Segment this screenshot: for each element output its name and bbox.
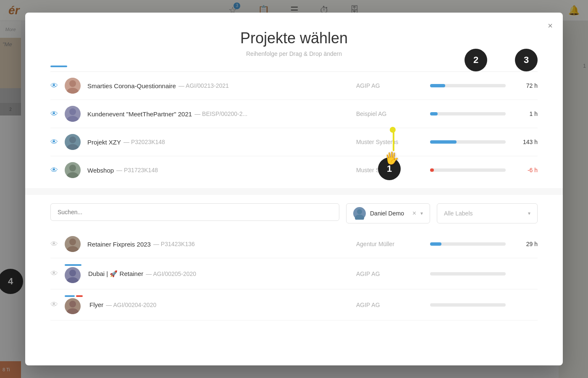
modal-dialog: × Projekte wählen Reihenfolge per Drag &…: [25, 13, 563, 365]
avatar-3: [65, 134, 81, 150]
project-info-3: Projekt XZY — P32023K148: [87, 139, 349, 146]
project-name-1: Smarties Corona-Questionnaire: [87, 82, 176, 89]
hours-label-3: 143 h: [512, 139, 538, 145]
avatar-col-r3: [65, 295, 83, 314]
project-id-r3: — AGI/00204-2020: [106, 302, 156, 308]
svg-point-8: [357, 209, 362, 214]
svg-point-12: [69, 270, 76, 276]
section-divider: [25, 188, 563, 195]
project-id-4: — P31723K148: [116, 167, 158, 173]
table-row: 👁 Projekt XZY — P32023K148 Muster System…: [50, 128, 538, 156]
project-company-3: Muster Systems: [356, 139, 423, 145]
eye-icon-r3[interactable]: 👁: [50, 300, 58, 309]
list-item: 👁 Dubai | 🚀 Retainer — AGI/00205-2020 AG…: [50, 258, 538, 289]
project-id-r1: — P31423K136: [153, 241, 195, 247]
modal-overlay: × Projekte wählen Reihenfolge per Drag &…: [0, 0, 588, 378]
project-id-3: — P32023K148: [123, 139, 165, 145]
search-input[interactable]: [50, 203, 339, 221]
eye-icon-3[interactable]: 👁: [50, 138, 58, 147]
project-name-3: Projekt XZY: [87, 139, 121, 146]
filter-user-avatar: [353, 207, 366, 220]
eye-icon-2[interactable]: 👁: [50, 110, 58, 118]
search-section: Daniel Demo × ▾ Alle Labels ▾ 👁: [25, 195, 563, 329]
search-input-container: [50, 203, 339, 223]
svg-point-7: [67, 172, 79, 178]
eye-icon-r2[interactable]: 👁: [50, 269, 58, 278]
avatar-1: [65, 78, 81, 94]
table-row: 👁 Webshop — P31723K148 Muster Systems: [50, 156, 538, 184]
progress-bar-1: [430, 84, 506, 87]
search-results: 👁 Retainer Fixpreis 2023 — P31423K136 Ag…: [50, 230, 538, 320]
project-info-r3: Flyer — AGI/00204-2020: [89, 301, 349, 308]
filter-clear-button[interactable]: ×: [412, 210, 416, 217]
search-filters: Daniel Demo × ▾ Alle Labels ▾: [50, 203, 538, 223]
selected-projects-section: 2 3 👁 Smarties Corona-Questionnaire — AG: [25, 66, 563, 184]
hours-label-1: 72 h: [512, 82, 538, 89]
hours-label-4: -6 h: [512, 167, 538, 173]
project-company-r2: AGIP AG: [356, 270, 423, 277]
labels-filter-dropdown[interactable]: Alle Labels ▾: [437, 203, 538, 223]
avatar-2: [65, 106, 81, 122]
eye-icon-1[interactable]: 👁: [50, 81, 58, 90]
hours-label-r1: 29 h: [512, 241, 538, 247]
user-filter-dropdown[interactable]: Daniel Demo × ▾: [346, 203, 430, 223]
modal-title: Projekte wählen: [25, 29, 563, 47]
progress-bar-2: [430, 112, 506, 116]
svg-point-2: [69, 108, 76, 115]
project-company-2: Beispiel AG: [356, 110, 423, 117]
table-row: 👁 Kundenevent "MeetThePartner" 2021 — BE…: [50, 100, 538, 128]
avatar-col-r2: [65, 264, 81, 283]
svg-point-13: [67, 277, 79, 283]
project-info-r2: Dubai | 🚀 Retainer — AGI/00205-2020: [88, 270, 349, 278]
svg-point-5: [67, 144, 79, 150]
project-info-2: Kundenevent "MeetThePartner" 2021 — BEIS…: [87, 110, 349, 118]
svg-point-11: [67, 246, 79, 252]
svg-point-4: [69, 136, 76, 143]
svg-point-15: [67, 308, 79, 314]
svg-point-9: [355, 215, 364, 220]
filter-user-name: Daniel Demo: [370, 210, 408, 217]
svg-point-10: [69, 239, 76, 245]
project-name-4: Webshop: [87, 167, 114, 174]
project-name-2: Kundenevent "MeetThePartner" 2021: [87, 110, 192, 118]
project-name-r2: Dubai | 🚀 Retainer: [88, 270, 143, 278]
project-id-1: — AGI/00213-2021: [178, 82, 229, 89]
project-id-r2: — AGI/00205-2020: [146, 270, 196, 277]
svg-point-6: [69, 165, 76, 171]
project-info-r1: Retainer Fixpreis 2023 — P31423K136: [87, 241, 349, 248]
hours-label-2: 1 h: [512, 110, 538, 117]
project-info-4: Webshop — P31723K148: [87, 167, 349, 174]
table-row: 👁 Smarties Corona-Questionnaire — AGI/00…: [50, 72, 538, 100]
list-item: 👁 Retainer Fixpreis 2023 — P31423K136 Ag…: [50, 230, 538, 258]
project-company-1: AGIP AG: [356, 82, 423, 89]
top-blue-bar: [50, 66, 67, 67]
modal-close-button[interactable]: ×: [548, 21, 553, 31]
progress-bar-3: [430, 140, 506, 144]
avatar-r1: [65, 236, 81, 252]
project-list-selected: 👁 Smarties Corona-Questionnaire — AGI/00…: [50, 71, 538, 184]
progress-bar-r1: [430, 242, 506, 246]
eye-icon-r1[interactable]: 👁: [50, 240, 58, 249]
project-name-r3: Flyer: [89, 301, 103, 308]
labels-arrow-icon: ▾: [528, 210, 530, 216]
list-item: 👁 Flyer — AGI/00204-2020: [50, 289, 538, 320]
step-1-indicator: 1: [378, 158, 401, 180]
progress-bar-r2: [430, 272, 506, 276]
step-3-indicator: 3: [515, 49, 538, 71]
filter-arrow-icon: ▾: [420, 210, 423, 216]
project-id-2: — BEISP/00200-2...: [194, 110, 247, 117]
labels-filter-text: Alle Labels: [444, 210, 473, 217]
project-name-r1: Retainer Fixpreis 2023: [87, 241, 151, 248]
svg-point-1: [67, 88, 79, 94]
avatar-4: [65, 162, 81, 178]
svg-point-14: [69, 301, 76, 307]
eye-icon-4[interactable]: 👁: [50, 166, 58, 175]
project-info-1: Smarties Corona-Questionnaire — AGI/0021…: [87, 82, 349, 89]
progress-bar-r3: [430, 303, 506, 307]
project-company-r1: Agentur Müller: [356, 241, 423, 247]
step-2-indicator: 2: [465, 49, 487, 71]
svg-point-0: [69, 80, 76, 87]
project-company-r3: AGIP AG: [356, 302, 423, 308]
progress-bar-4: [430, 168, 506, 172]
svg-point-3: [67, 116, 79, 122]
